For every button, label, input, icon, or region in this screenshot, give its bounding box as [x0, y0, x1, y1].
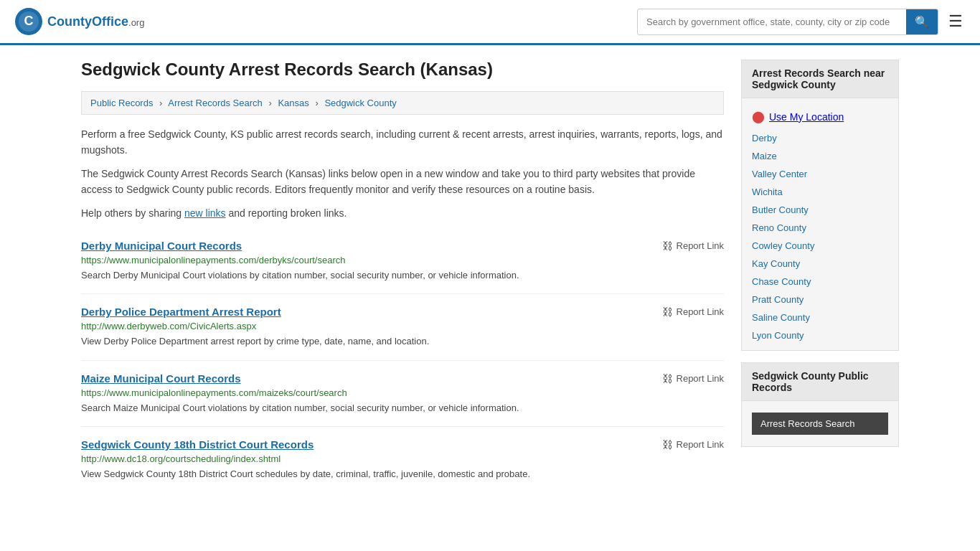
sidebar-nearby-link-9[interactable]: Pratt County [752, 294, 804, 305]
sidebar-nearby-link-1[interactable]: Maize [752, 151, 777, 161]
page-container: Sedgwick County Arrest Records Search (K… [67, 45, 913, 507]
sidebar-nearby-link-7[interactable]: Kay County [752, 258, 800, 269]
records-list: Derby Municipal Court Records ⛓ Report L… [81, 228, 724, 493]
sidebar-nearby-link-2[interactable]: Valley Center [752, 169, 807, 179]
breadcrumb: Public Records › Arrest Records Search ›… [81, 91, 724, 115]
sidebar-nearby-box: Arrest Records Search near Sedgwick Coun… [741, 60, 899, 351]
breadcrumb-kansas[interactable]: Kansas [278, 98, 308, 108]
sidebar-nearby-link-4[interactable]: Butler County [752, 204, 809, 215]
sidebar-nearby-link-11[interactable]: Lyon County [752, 330, 804, 341]
report-link-button-1[interactable]: ⛓ Report Link [662, 306, 724, 318]
sidebar-nearby-link-5[interactable]: Reno County [752, 222, 806, 233]
sidebar: Arrest Records Search near Sedgwick Coun… [741, 60, 899, 493]
sidebar-link-item: Butler County [742, 201, 898, 219]
report-icon-3: ⛓ [662, 438, 673, 451]
sidebar-nearby-link-8[interactable]: Chase County [752, 276, 811, 287]
sidebar-link-item: Lyon County [742, 326, 898, 344]
record-url-3: http://www.dc18.org/courtscheduling/inde… [81, 453, 724, 464]
report-link-button-2[interactable]: ⛓ Report Link [662, 372, 724, 385]
sidebar-link-item: Reno County [742, 219, 898, 237]
record-title-2[interactable]: Maize Municipal Court Records [81, 372, 241, 385]
record-item: Derby Municipal Court Records ⛓ Report L… [81, 228, 724, 295]
sidebar-link-item: Valley Center [742, 165, 898, 183]
record-url-2: https://www.municipalonlinepayments.com/… [81, 387, 724, 398]
sidebar-link-item: Chase County [742, 273, 898, 291]
desc3-prefix: Help others by sharing [81, 207, 184, 219]
record-desc-0: Search Derby Municipal Court violations … [81, 268, 724, 283]
logo-area: C CountyOffice.org [14, 7, 144, 36]
record-item: Sedgwick County 18th District Court Reco… [81, 427, 724, 493]
record-desc-1: View Derby Police Department arrest repo… [81, 334, 724, 349]
record-item: Maize Municipal Court Records ⛓ Report L… [81, 361, 724, 428]
sidebar-nearby-title: Arrest Records Search near Sedgwick Coun… [742, 60, 898, 98]
report-icon-1: ⛓ [662, 306, 673, 318]
svg-text:C: C [24, 14, 34, 28]
sidebar-nearby-list: ⬤ Use My Location DerbyMaizeValley Cente… [742, 98, 898, 350]
sidebar-link-item: Cowley County [742, 237, 898, 255]
sidebar-public-records-box: Sedgwick County Public Records Arrest Re… [741, 362, 899, 447]
breadcrumb-public-records[interactable]: Public Records [90, 98, 153, 108]
sidebar-link-item: Kay County [742, 255, 898, 273]
desc3-suffix: and reporting broken links. [226, 207, 347, 219]
search-input[interactable] [638, 11, 906, 33]
sidebar-nearby-link-3[interactable]: Wichita [752, 187, 783, 197]
arrest-records-search-button[interactable]: Arrest Records Search [752, 413, 888, 435]
breadcrumb-sedgwick[interactable]: Sedgwick County [324, 98, 396, 108]
header: C CountyOffice.org 🔍 ☰ [0, 0, 980, 45]
breadcrumb-sep-3: › [315, 98, 318, 108]
report-icon-2: ⛓ [662, 372, 673, 385]
report-icon-0: ⛓ [662, 240, 673, 252]
record-desc-3: View Sedgwick County 18th District Court… [81, 467, 724, 481]
sidebar-public-records-title: Sedgwick County Public Records [742, 363, 898, 401]
use-my-location-item[interactable]: ⬤ Use My Location [742, 104, 898, 129]
record-url-1: http://www.derbyweb.com/CivicAlerts.aspx [81, 321, 724, 331]
main-content: Sedgwick County Arrest Records Search (K… [81, 60, 724, 493]
report-link-button-3[interactable]: ⛓ Report Link [662, 438, 724, 451]
logo-text: CountyOffice.org [47, 14, 144, 29]
record-item: Derby Police Department Arrest Report ⛓ … [81, 294, 724, 361]
description-3: Help others by sharing new links and rep… [81, 205, 724, 221]
sidebar-nearby-link-10[interactable]: Saline County [752, 312, 810, 323]
menu-button[interactable]: ☰ [946, 9, 966, 34]
breadcrumb-sep-2: › [268, 98, 271, 108]
record-header: Derby Municipal Court Records ⛓ Report L… [81, 240, 724, 252]
sidebar-link-item: Pratt County [742, 291, 898, 309]
record-title-0[interactable]: Derby Municipal Court Records [81, 240, 242, 252]
description-2: The Sedgwick County Arrest Records Searc… [81, 166, 724, 198]
record-url-0: https://www.municipalonlinepayments.com/… [81, 255, 724, 265]
record-title-1[interactable]: Derby Police Department Arrest Report [81, 306, 281, 318]
breadcrumb-arrest-records[interactable]: Arrest Records Search [168, 98, 263, 108]
sidebar-link-item: Maize [742, 147, 898, 165]
sidebar-link-item: Saline County [742, 309, 898, 326]
sidebar-nearby-link-6[interactable]: Cowley County [752, 240, 814, 251]
report-link-button-0[interactable]: ⛓ Report Link [662, 240, 724, 252]
logo-icon: C [14, 7, 43, 36]
sidebar-nearby-link-0[interactable]: Derby [752, 133, 777, 143]
record-header: Maize Municipal Court Records ⛓ Report L… [81, 372, 724, 385]
page-title: Sedgwick County Arrest Records Search (K… [81, 60, 724, 80]
sidebar-link-item: Wichita [742, 183, 898, 201]
record-header: Derby Police Department Arrest Report ⛓ … [81, 306, 724, 318]
breadcrumb-sep-1: › [159, 98, 162, 108]
sidebar-link-item: Derby [742, 129, 898, 147]
search-button[interactable]: 🔍 [906, 9, 938, 34]
sidebar-public-records-list: Arrest Records Search [742, 401, 898, 446]
record-header: Sedgwick County 18th District Court Reco… [81, 438, 724, 451]
description-1: Perform a free Sedgwick County, KS publi… [81, 126, 724, 159]
record-title-3[interactable]: Sedgwick County 18th District Court Reco… [81, 438, 314, 451]
record-desc-2: Search Maize Municipal Court violations … [81, 401, 724, 415]
header-right: 🔍 ☰ [637, 9, 966, 35]
search-bar: 🔍 [637, 9, 938, 35]
use-my-location-link[interactable]: Use My Location [769, 111, 844, 123]
sidebar-links-container: DerbyMaizeValley CenterWichitaButler Cou… [742, 129, 898, 344]
location-icon: ⬤ [752, 110, 765, 123]
new-links-link[interactable]: new links [184, 207, 226, 219]
